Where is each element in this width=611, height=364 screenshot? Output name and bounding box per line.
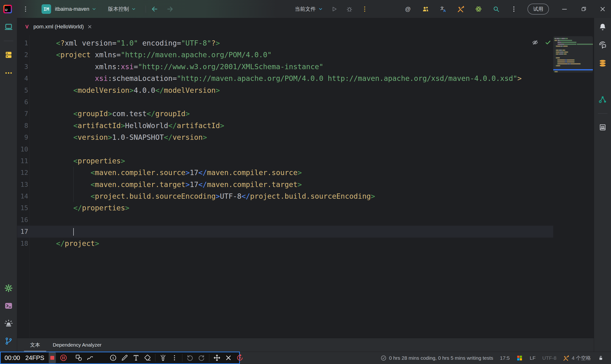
maximize-icon[interactable] <box>580 5 587 13</box>
back-icon[interactable] <box>151 5 158 13</box>
line-number[interactable]: 7 <box>17 108 28 119</box>
eye-off-icon[interactable] <box>532 39 538 46</box>
trial-badge[interactable]: 试用 <box>528 4 549 14</box>
code-line[interactable]: 16 <box>17 214 594 226</box>
tools-icon[interactable] <box>457 5 465 13</box>
check-icon[interactable] <box>545 39 551 46</box>
line-number[interactable]: 3 <box>17 61 28 73</box>
code-line[interactable]: 5 <modelVersion>4.0.0</modelVersion> <box>17 84 594 96</box>
caret-position[interactable]: 17:5 <box>500 355 510 361</box>
vcs-widget[interactable]: 版本控制 <box>108 5 129 13</box>
tab-close-icon[interactable] <box>87 24 92 29</box>
line-number[interactable]: 5 <box>17 84 28 96</box>
code-line[interactable]: 1<?xml version="1.0" encoding="UTF-8"?> <box>17 37 594 49</box>
line-number[interactable]: 13 <box>17 179 28 190</box>
minimize-icon[interactable] <box>561 5 568 13</box>
code-editor[interactable]: 1<?xml version="1.0" encoding="UTF-8"?>2… <box>17 35 594 338</box>
debug-button[interactable] <box>346 5 353 13</box>
spotlight-icon[interactable] <box>159 354 167 362</box>
problems-siren-icon[interactable] <box>4 319 13 328</box>
code-line[interactable]: 13 <maven.compiler.target>17</maven.comp… <box>17 179 594 190</box>
more-kebab-icon[interactable] <box>171 354 178 362</box>
chevron-down-icon[interactable] <box>131 6 136 12</box>
code-lines[interactable]: 1<?xml version="1.0" encoding="UTF-8"?>2… <box>17 35 594 338</box>
undo-icon[interactable] <box>186 354 194 362</box>
redo-icon[interactable] <box>198 354 205 362</box>
line-number[interactable]: 9 <box>17 131 28 143</box>
database-icon[interactable] <box>598 59 607 67</box>
more-icon[interactable] <box>510 5 518 13</box>
chat-signal-icon[interactable] <box>598 41 607 49</box>
line-number[interactable]: 1 <box>17 37 28 49</box>
close-x-icon[interactable] <box>225 354 232 362</box>
code-line[interactable]: 8 <artifactId>HelloWorld</artifactId> <box>17 120 594 131</box>
file-encoding[interactable]: UTF-8 <box>542 355 557 361</box>
eraser-icon[interactable] <box>144 354 151 362</box>
code-line[interactable]: 3 xmlns:xsi="http://www.w3.org/2001/XMLS… <box>17 61 594 73</box>
line-number[interactable]: 8 <box>17 120 28 131</box>
more-tool-windows-icon[interactable] <box>4 69 13 77</box>
main-menu-icon[interactable] <box>22 5 29 13</box>
close-icon[interactable] <box>599 5 606 13</box>
git-branch-icon[interactable] <box>4 337 13 345</box>
indent-widget[interactable]: 4 个空格 <box>563 355 591 361</box>
line-number[interactable]: 14 <box>17 190 28 202</box>
chevron-down-icon[interactable] <box>318 6 323 12</box>
search-icon[interactable] <box>493 5 500 13</box>
documentation-book-icon[interactable]: A <box>598 123 607 132</box>
dependency-graph-icon[interactable] <box>598 95 607 104</box>
project-name[interactable]: itbaima-maven <box>55 6 89 12</box>
project-badge[interactable]: IM <box>41 4 51 14</box>
line-number[interactable]: 12 <box>17 167 28 178</box>
line-number[interactable]: 17 <box>17 226 28 237</box>
code-line[interactable]: 15 </properties> <box>17 202 594 214</box>
code-line[interactable]: 4 xsi:schemaLocation="http://maven.apach… <box>17 73 594 84</box>
pencil-icon[interactable] <box>121 354 128 362</box>
freehand-curve-icon[interactable] <box>86 354 94 362</box>
notifications-bell-icon[interactable] <box>598 23 607 31</box>
line-number[interactable]: 16 <box>17 214 28 226</box>
code-line[interactable]: 9 <version>1.0-SNAPSHOT</version> <box>17 131 594 143</box>
atom-icon[interactable] <box>475 5 482 13</box>
code-line[interactable]: 11 <properties> <box>17 155 594 167</box>
code-line[interactable]: 14 <project.build.sourceEncoding>UTF-8</… <box>17 190 594 202</box>
line-number[interactable]: 2 <box>17 49 28 61</box>
arrow-icon[interactable] <box>98 354 106 362</box>
line-separator[interactable]: LF <box>530 355 536 361</box>
ai-at-icon[interactable]: @ <box>404 5 412 13</box>
code-line[interactable]: 2<project xmlns="http://maven.apache.org… <box>17 49 594 61</box>
code-line[interactable]: 12 <maven.compiler.source>17</maven.comp… <box>17 167 594 178</box>
pause-icon[interactable] <box>60 354 67 362</box>
project-laptop-icon[interactable] <box>4 23 13 31</box>
code-line[interactable]: 7 <groupId>com.test</groupId> <box>17 108 594 119</box>
restart-record-icon[interactable] <box>236 354 244 362</box>
code-line[interactable]: 10 <box>17 143 594 155</box>
code-line[interactable]: 6 <box>17 96 594 108</box>
line-number[interactable]: 15 <box>17 202 28 214</box>
intellij-logo-icon[interactable] <box>3 5 12 13</box>
line-number[interactable]: 11 <box>17 155 28 167</box>
line-number[interactable]: 6 <box>17 96 28 108</box>
text-tool-icon[interactable] <box>132 354 140 362</box>
chevron-down-icon[interactable] <box>91 6 97 12</box>
tab-text[interactable]: 文本 <box>29 338 41 351</box>
shapes-icon[interactable] <box>75 354 83 362</box>
code-line[interactable]: 18</project> <box>17 238 594 249</box>
line-number[interactable]: 4 <box>17 73 28 84</box>
settings-gear-icon[interactable] <box>4 284 13 292</box>
record-stop-button[interactable] <box>49 352 56 363</box>
microsoft-logo-icon[interactable] <box>516 355 523 361</box>
line-number[interactable]: 10 <box>17 143 28 155</box>
code-line[interactable]: 17 <box>17 226 553 237</box>
users-icon[interactable] <box>422 5 429 13</box>
inspection-widget[interactable] <box>532 39 551 46</box>
run-config-selector[interactable]: 当前文件 <box>295 5 316 13</box>
move-icon[interactable] <box>213 354 221 362</box>
tab-pom-xml[interactable]: pom.xml (HelloWorld) <box>17 18 99 35</box>
run-more-icon[interactable] <box>361 5 368 13</box>
translate-icon[interactable]: 文A <box>440 5 447 13</box>
unlocked-padlock-icon[interactable] <box>598 355 604 361</box>
tab-dependency-analyzer[interactable]: Dependency Analyzer <box>52 338 102 351</box>
maven-icon[interactable] <box>598 77 607 86</box>
number-badge-icon[interactable]: 1 <box>109 354 117 362</box>
